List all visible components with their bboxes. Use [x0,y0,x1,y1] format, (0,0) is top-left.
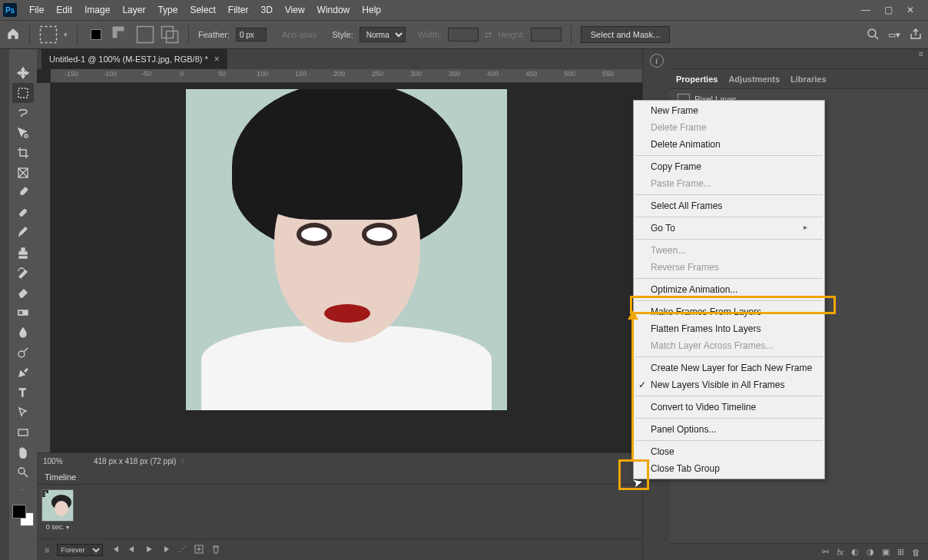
healing-tool[interactable] [12,203,34,223]
minimize-button[interactable]: — [861,5,870,15]
menu-3d[interactable]: 3D [254,2,278,18]
new-frame-icon[interactable] [194,545,204,555]
share-icon[interactable] [910,28,922,41]
left-panel-collapse[interactable] [0,49,9,560]
hand-tool[interactable] [12,442,34,462]
marquee-icon[interactable] [39,25,58,44]
menu-layer[interactable]: Layer [116,2,151,18]
path-select-tool[interactable] [12,403,34,422]
menu-item-tween-: Tween... [634,242,824,259]
add-selection-icon[interactable] [136,25,154,44]
tab-libraries[interactable]: Libraries [790,75,826,84]
menu-item-copy-frame[interactable]: Copy Frame [634,158,824,175]
eraser-tool[interactable] [12,283,34,303]
new-layer-icon[interactable]: ⊞ [897,547,904,557]
crop-tool[interactable] [12,143,34,163]
gradient-tool[interactable] [12,303,34,323]
svg-point-6 [868,29,876,37]
delete-frame-icon[interactable] [211,545,220,555]
menu-item-go-to[interactable]: Go To [634,220,824,237]
menu-item-new-layers-visible-in-all-frames[interactable]: New Layers Visible in All Frames [634,376,824,393]
dodge-tool[interactable] [12,343,34,363]
app-logo: Ps [3,3,17,17]
info-icon[interactable]: i [650,54,664,68]
document-tab[interactable]: Untitled-1 @ 100% (M-ESTJ.jpg, RGB/8) *× [41,49,227,69]
select-and-mask-button[interactable]: Select and Mask... [581,26,671,43]
menu-item-delete-animation[interactable]: Delete Animation [634,136,824,153]
style-label: Style: [332,30,353,39]
rectangle-tool[interactable] [12,422,34,442]
style-select[interactable]: Normal [360,27,406,42]
color-swatches[interactable] [12,505,34,526]
menu-item-new-frame[interactable]: New Frame [634,102,824,119]
loop-select[interactable]: Forever [57,544,103,556]
subtract-selection-icon[interactable] [161,25,179,44]
tab-properties[interactable]: Properties [676,75,718,84]
tween-icon[interactable]: ⋰ [178,545,187,555]
brush-tool[interactable] [12,223,34,243]
close-button[interactable]: ✕ [906,5,914,15]
trash-icon[interactable]: 🗑 [912,548,920,557]
canvas[interactable] [51,83,642,452]
link-icon[interactable]: ⚯ [822,547,829,557]
menu-item-create-new-layer-for-each-new-frame[interactable]: Create New Layer for Each New Frame [634,360,824,376]
search-icon[interactable] [867,28,879,41]
svg-rect-2 [118,31,129,43]
type-tool[interactable]: T [12,383,34,403]
next-frame-icon[interactable] [161,545,171,555]
menu-type[interactable]: Type [151,2,184,18]
quick-select-tool[interactable] [12,123,34,143]
close-tab-icon[interactable]: × [214,54,220,65]
menu-item-close[interactable]: Close [634,443,824,460]
first-frame-icon[interactable] [111,545,120,555]
timeline-tab[interactable]: Timeline [45,472,76,482]
timeline-menu-icon[interactable]: ≡ [45,545,49,555]
stamp-tool[interactable] [12,243,34,263]
adjustment-icon[interactable]: ◑ [867,547,874,557]
new-selection-icon[interactable] [111,25,130,44]
svg-rect-8 [18,88,28,98]
mask-icon[interactable]: ◐ [851,547,859,557]
menu-file[interactable]: File [23,2,50,18]
move-tool[interactable] [12,63,34,83]
history-brush-tool[interactable] [12,263,34,283]
play-icon[interactable] [144,545,154,555]
menu-edit[interactable]: Edit [50,2,78,18]
eyedropper-tool[interactable] [12,183,34,203]
lasso-tool[interactable] [12,103,34,123]
fx-icon[interactable]: fx [837,548,843,557]
home-icon[interactable] [6,27,20,42]
timeline-frame[interactable]: 1 0 sec. ▾ [41,489,74,534]
height-input[interactable] [531,28,562,41]
menu-item-optimize-animation-[interactable]: Optimize Animation... [634,281,824,298]
menu-select[interactable]: Select [184,2,221,18]
blur-tool[interactable] [12,323,34,343]
width-input[interactable] [448,28,479,41]
menu-window[interactable]: Window [311,2,356,18]
menu-image[interactable]: Image [78,2,116,18]
tool-palette: T ⋯ [9,49,37,560]
menu-item-convert-to-video-timeline[interactable]: Convert to Video Timeline [634,399,824,416]
marquee-tool[interactable] [12,83,34,103]
pen-tool[interactable] [12,363,34,383]
zoom-level[interactable]: 100% [37,457,83,466]
menu-filter[interactable]: Filter [222,2,255,18]
prev-frame-icon[interactable] [128,545,137,555]
menu-item-flatten-frames-into-layers[interactable]: Flatten Frames Into Layers [634,320,824,337]
frame-tool[interactable] [12,163,34,183]
menu-item-panel-options-[interactable]: Panel Options... [634,421,824,438]
workspace-icon[interactable]: ▭▾ [888,30,900,40]
swap-icon[interactable]: ⇄ [485,30,492,40]
panel-menu-icon[interactable]: ≡ [919,49,923,68]
maximize-button[interactable]: ▢ [884,5,893,15]
menu-help[interactable]: Help [356,2,387,18]
feather-input[interactable] [236,28,267,41]
menu-item-close-tab-group[interactable]: Close Tab Group [634,460,824,477]
tab-adjustments[interactable]: Adjustments [728,75,780,84]
menu-item-make-frames-from-layers[interactable]: Make Frames From Layers [634,303,824,320]
menu-item-select-all-frames[interactable]: Select All Frames [634,197,824,214]
zoom-tool[interactable] [12,462,34,482]
swatch-black[interactable] [87,25,105,44]
group-icon[interactable]: ▣ [882,547,890,557]
menu-view[interactable]: View [279,2,311,18]
